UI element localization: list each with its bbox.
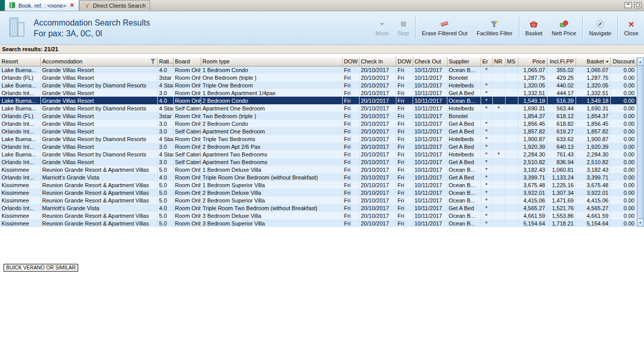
table-cell: 4 Stars xyxy=(157,135,173,143)
table-row[interactable]: Orlando Int...Marriott's Grande Vista4.0… xyxy=(0,173,636,181)
table-row[interactable]: Orlando Int...Grande Villas Resort3.0Roo… xyxy=(0,120,636,127)
table-cell: * xyxy=(481,81,492,89)
column-header-7-dow[interactable]: DOW xyxy=(396,57,413,66)
table-cell: 1,060.81 xyxy=(547,166,576,173)
tab-direct-clients-search[interactable]: Direct Clients Search xyxy=(79,0,150,11)
table-cell: 1,320.05 xyxy=(518,81,547,89)
table-row[interactable]: Orlando Int...Grande Villas Resort3.0Sel… xyxy=(0,127,636,135)
table-cell: 633.62 xyxy=(547,135,576,143)
table-cell: Ocean B... xyxy=(447,219,481,227)
table-cell xyxy=(492,181,505,189)
table-cell: Room Only xyxy=(173,112,201,120)
scrollbar-thumb[interactable] xyxy=(637,65,644,219)
column-header-13-price[interactable]: Price xyxy=(518,57,547,66)
table-cell: Two Bedroom (triple ) xyxy=(201,112,342,120)
table-row[interactable]: Lake Buena...Grande Villas Resort4.0Room… xyxy=(0,97,636,104)
table-row[interactable]: KissimmeeReunion Grande Resort & Apartme… xyxy=(0,189,636,196)
table-row[interactable]: KissimmeeReunion Grande Resort & Apartme… xyxy=(0,212,636,219)
maximize-button[interactable] xyxy=(634,2,641,8)
table-row[interactable]: Lake Buena...Grande Villas Resort by Dia… xyxy=(0,135,636,143)
stop-button[interactable]: Stop xyxy=(393,11,414,44)
column-header-8-checkout[interactable]: Check Out xyxy=(413,57,447,66)
table-row[interactable]: Orlando Int...Marriott's Grande Vista4.0… xyxy=(0,204,636,212)
search-results-status: Search results: 21/21 xyxy=(0,45,644,54)
table-cell: * xyxy=(481,127,492,135)
table-cell: 4,565.27 xyxy=(576,204,610,212)
table-cell: 20/10/2017 xyxy=(359,97,396,104)
table-cell: Get A Bed xyxy=(447,143,481,150)
column-header-12-ms[interactable]: MS xyxy=(505,57,518,66)
table-cell xyxy=(481,112,492,120)
table-cell: 20/10/2017 xyxy=(359,127,396,135)
table-row[interactable]: KissimmeeReunion Grande Resort & Apartme… xyxy=(0,166,636,173)
table-cell: 2 Bedroom Apt 2/6 Pax xyxy=(201,143,342,150)
column-header-11-nr[interactable]: NR xyxy=(492,57,505,66)
table-row[interactable]: Lake Buena...Grande Villas Resort by Dia… xyxy=(0,150,636,158)
table-cell: 10/11/2017 xyxy=(413,150,447,158)
column-header-9-supplier[interactable]: Supplier xyxy=(447,57,481,66)
table-cell: 1,718.21 xyxy=(547,219,576,227)
column-header-2-rati[interactable]: Rati... xyxy=(157,57,173,66)
column-header-10-er[interactable]: Er xyxy=(481,57,492,66)
results-table: ResortAccommodationRati...BoardRoom type… xyxy=(0,57,637,227)
table-row[interactable]: Orlando Int...Grande Villas Resort3.0Roo… xyxy=(0,143,636,150)
column-header-5-dow[interactable]: DOW xyxy=(342,57,359,66)
basket-button[interactable]: Basket xyxy=(521,11,547,44)
table-cell: 10/11/2017 xyxy=(413,204,447,212)
table-cell: 0.00 xyxy=(610,219,636,227)
table-row[interactable]: Lake Buena...Grande Villas Resort4.0Room… xyxy=(0,66,636,74)
more-button[interactable]: More xyxy=(371,11,393,44)
scroll-up-arrow[interactable]: ▲ xyxy=(637,58,644,65)
table-cell: Ocean B... xyxy=(447,66,481,74)
table-cell: 5.0 xyxy=(157,212,173,219)
table-cell: 1,553.86 xyxy=(547,212,576,219)
navigate-button[interactable]: Navigate xyxy=(584,11,615,44)
column-header-4-roomtype[interactable]: Room type xyxy=(201,57,342,66)
table-cell: Kissimmee xyxy=(0,196,40,204)
column-header-15-basket[interactable]: Basket xyxy=(576,57,610,66)
table-cell: 10/11/2017 xyxy=(413,143,447,150)
table-row[interactable]: Lake Buena...Grande Villas Resort by Dia… xyxy=(0,81,636,89)
table-cell: * xyxy=(481,150,492,158)
table-row[interactable]: KissimmeeReunion Grande Resort & Apartme… xyxy=(0,181,636,189)
vertical-scrollbar[interactable]: ▲ ▼ xyxy=(637,57,644,227)
table-cell: 2,510.82 xyxy=(518,158,547,166)
facilities-filter-button[interactable]: Facilities Filter xyxy=(472,11,517,44)
table-cell: * xyxy=(481,89,492,97)
column-header-6-checkin[interactable]: Check In xyxy=(359,57,396,66)
table-cell: Grande Villas Resort xyxy=(40,143,157,150)
table-cell: 1,856.45 xyxy=(576,120,610,127)
toolbar-separator xyxy=(582,16,583,39)
column-header-14-inclflpp[interactable]: Incl.Fl.PP xyxy=(547,57,576,66)
table-row[interactable]: Orlando (FL)Grande Villas Resort3starRoo… xyxy=(0,112,636,120)
scroll-down-arrow[interactable]: ▼ xyxy=(637,219,644,227)
erase-filtered-out-button[interactable]: Erase Filtered Out xyxy=(417,11,472,44)
table-row[interactable]: KissimmeeReunion Grande Resort & Apartme… xyxy=(0,219,636,227)
nett-price-button[interactable]: Nett Price xyxy=(547,11,581,44)
table-cell xyxy=(492,120,505,127)
close-button[interactable]: ✕ Close xyxy=(619,11,643,44)
table-cell: 0.00 xyxy=(610,166,636,173)
table-row[interactable]: Orlando Int...Grande Villas Resort3.0Roo… xyxy=(0,89,636,97)
column-header-16-discount[interactable]: Discount xyxy=(610,57,636,66)
filter-icon xyxy=(490,19,498,29)
tab-booking-reference[interactable]: Book. ref. : <none> ✕ xyxy=(5,0,79,11)
column-header-0-resort[interactable]: Resort xyxy=(0,57,40,66)
table-row[interactable]: KissimmeeReunion Grande Resort & Apartme… xyxy=(0,196,636,204)
column-header-1-accommodation[interactable]: Accommodation xyxy=(40,57,157,66)
tab-close-icon[interactable]: ✕ xyxy=(70,3,75,8)
minimize-button[interactable] xyxy=(625,2,632,8)
table-cell: * xyxy=(481,143,492,150)
table-cell: Orlando Int... xyxy=(0,158,40,166)
column-header-3-board[interactable]: Board xyxy=(173,57,201,66)
table-cell: 516.39 xyxy=(547,97,576,104)
table-cell: 0.00 xyxy=(610,89,636,97)
table-cell: Reunion Grande Resort & Apartment Villas xyxy=(40,189,157,196)
table-cell: 5.0 xyxy=(157,219,173,227)
filter-funnel-icon[interactable] xyxy=(151,59,156,64)
table-row[interactable]: Orlando (FL)Grande Villas Resort3starRoo… xyxy=(0,74,636,81)
table-cell: 0.00 xyxy=(610,135,636,143)
table-row[interactable]: Lake Buena...Grande Villas Resort by Dia… xyxy=(0,104,636,112)
table-cell: 0.00 xyxy=(610,97,636,104)
table-row[interactable]: Orlando Int...Grande Villas Resort3.0Sel… xyxy=(0,158,636,166)
